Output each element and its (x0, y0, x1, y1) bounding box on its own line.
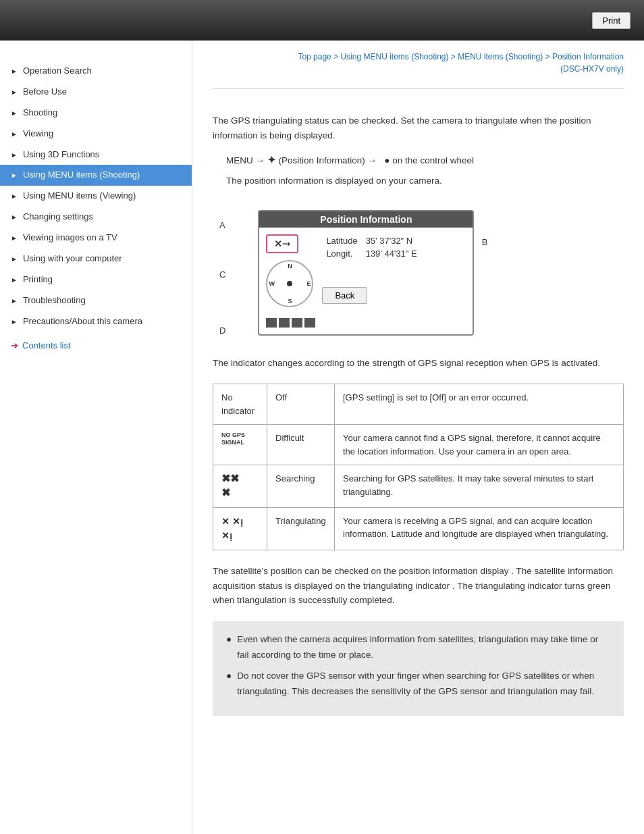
longit-value: 139' 44'31" E (362, 247, 421, 260)
arrow-icon: ► (11, 88, 18, 97)
longit-label: Longit. (322, 247, 361, 260)
arrow-icon: ► (11, 130, 18, 138)
compass-n: N (288, 263, 292, 269)
table-row: ✖✖✖ Searching Searching for GPS satellit… (213, 465, 624, 508)
arrow-icon: ► (11, 151, 18, 159)
compass-s: S (288, 298, 292, 305)
note-text-1: Even when the camera acquires informatio… (237, 632, 610, 663)
label-b: B (482, 237, 488, 247)
indicator-text: The indicator changes according to the s… (213, 356, 624, 371)
sidebar-item-printing[interactable]: ► Printing (0, 269, 192, 290)
pos-info-right: Latitude 35' 37'32" N Longit. 139' 44'31… (322, 234, 421, 304)
sidebar-item-3d-functions[interactable]: ► Using 3D Functions (0, 145, 192, 165)
bar4 (304, 318, 315, 328)
description-cell-1: [GPS setting] is set to [Off] or an erro… (335, 384, 624, 425)
status-cell-2: Difficult (267, 425, 335, 465)
bullet-icon: ● (226, 632, 232, 663)
sidebar-item-operation-search[interactable]: ► Operation Search (0, 61, 192, 82)
latitude-value: 35' 37'32" N (362, 234, 421, 247)
note-text-2: Do not cover the GPS sensor with your fi… (237, 669, 610, 700)
main-layout: ► Operation Search ► Before Use ► Shooti… (0, 41, 644, 834)
sidebar-item-before-use[interactable]: ► Before Use (0, 82, 192, 103)
bar2 (279, 318, 290, 328)
sidebar-item-shooting[interactable]: ► Shooting (0, 103, 192, 124)
compass-circle: N S E W (266, 260, 313, 307)
table-row: ✕ ✕ᴉ✕ᴉ Triangulating Your camera is rece… (213, 507, 624, 550)
sidebar-item-troubleshooting[interactable]: ► Troubleshooting (0, 290, 192, 311)
searching-icon: ✖✖✖ (221, 473, 239, 498)
intro-text: The GPS triangulating status can be chec… (213, 113, 624, 142)
table-row: No indicator Off [GPS setting] is set to… (213, 384, 624, 425)
description-cell-2: Your camera cannot find a GPS signal, th… (335, 425, 624, 465)
breadcrumb-item1[interactable]: Using MENU items (Shooting) (340, 52, 448, 61)
arrow-icon: ► (11, 192, 18, 201)
bar3 (292, 318, 302, 328)
bar1 (266, 318, 277, 328)
notes-box: ● Even when the camera acquires informat… (213, 621, 624, 716)
table-row: NO GPSSIGNAL Difficult Your camera canno… (213, 425, 624, 465)
no-gps-label: NO GPSSIGNAL (221, 432, 245, 446)
arrow-icon: ► (11, 67, 18, 76)
arrow-icon: ► (11, 109, 18, 118)
satellite-text: The satellite's position can be checked … (213, 564, 624, 608)
compass-center-dot (287, 281, 292, 286)
note-item-1: ● Even when the camera acquires informat… (226, 632, 610, 663)
contents-list-link[interactable]: ➔ Contents list (0, 332, 192, 359)
description-cell-3: Searching for GPS satellites. It may tak… (335, 465, 624, 508)
arrow-icon: ► (11, 317, 18, 326)
indicator-cell-3: ✖✖✖ (213, 465, 267, 508)
sidebar-item-viewing-tv[interactable]: ► Viewing images on a TV (0, 228, 192, 249)
menu-instruction2: The position information is displayed on… (226, 173, 624, 189)
signal-bars (266, 318, 315, 328)
description-cell-4: Your camera is receiving a GPS signal, a… (335, 507, 624, 550)
compass-e: E (306, 280, 311, 287)
lat-lon-table: Latitude 35' 37'32" N Longit. 139' 44'31… (322, 234, 421, 260)
position-info-title: Position Information (259, 211, 473, 228)
position-info-content: ✕⤏ N S E W (259, 228, 473, 334)
arrow-icon: ► (11, 296, 18, 305)
indicator-cell-2: NO GPSSIGNAL (213, 425, 267, 465)
latitude-label: Latitude (322, 234, 361, 247)
status-cell-1: Off (267, 384, 335, 425)
triangulating-icon: ✕ ✕ᴉ✕ᴉ (221, 516, 243, 541)
menu-instruction: MENU → ✦ (Position Information) → ● on t… (226, 151, 624, 169)
print-button[interactable]: Print (592, 12, 630, 29)
sidebar-item-using-menu-viewing[interactable]: ► Using MENU items (Viewing) (0, 186, 192, 207)
page-title-section (213, 88, 624, 101)
position-info-box: Position Information ✕⤏ N S E W (258, 210, 474, 336)
position-info-diagram: A C D Position Information ✕⤏ N S E (219, 200, 624, 346)
sidebar-item-precautions[interactable]: ► Precautions/About this camera (0, 311, 192, 332)
sidebar-item-using-computer[interactable]: ► Using with your computer (0, 249, 192, 269)
breadcrumb-top[interactable]: Top page (298, 52, 331, 61)
arrow-icon: ► (11, 276, 18, 284)
label-c: C (219, 269, 225, 280)
gps-signal-icon: ✕⤏ (266, 234, 298, 253)
gps-status-table: No indicator Off [GPS setting] is set to… (213, 384, 624, 550)
sidebar-item-changing-settings[interactable]: ► Changing settings (0, 207, 192, 228)
note-item-2: ● Do not cover the GPS sensor with your … (226, 669, 610, 700)
arrow-icon: ► (11, 213, 18, 221)
breadcrumb-item3: Position Information (552, 52, 624, 61)
arrow-icon: ► (11, 255, 18, 263)
indicator-cell-4: ✕ ✕ᴉ✕ᴉ (213, 507, 267, 550)
content-area: Top page > Using MENU items (Shooting) >… (192, 41, 644, 834)
indicator-cell-1: No indicator (213, 384, 267, 425)
bullet-icon: ● (226, 669, 232, 700)
sidebar-item-using-menu-shooting[interactable]: ► Using MENU items (Shooting) (0, 165, 192, 186)
header-bar: Print (0, 0, 644, 41)
arrow-icon: ► (11, 171, 18, 180)
arrow-icon: ► (11, 234, 18, 242)
sidebar: ► Operation Search ► Before Use ► Shooti… (0, 41, 192, 834)
label-d: D (219, 325, 225, 336)
breadcrumb-item4: (DSC-HX7V only) (560, 64, 624, 74)
pos-info-left: ✕⤏ N S E W (266, 234, 315, 328)
breadcrumb-item2[interactable]: MENU items (Shooting) (458, 52, 543, 61)
arrow-right-icon: ➔ (11, 340, 18, 350)
sidebar-item-viewing[interactable]: ► Viewing (0, 124, 192, 145)
status-cell-4: Triangulating (267, 507, 335, 550)
label-a: A (219, 220, 225, 230)
compass-w: W (269, 280, 275, 287)
back-button[interactable]: Back (322, 287, 367, 304)
status-cell-3: Searching (267, 465, 335, 508)
breadcrumb: Top page > Using MENU items (Shooting) >… (213, 51, 624, 75)
